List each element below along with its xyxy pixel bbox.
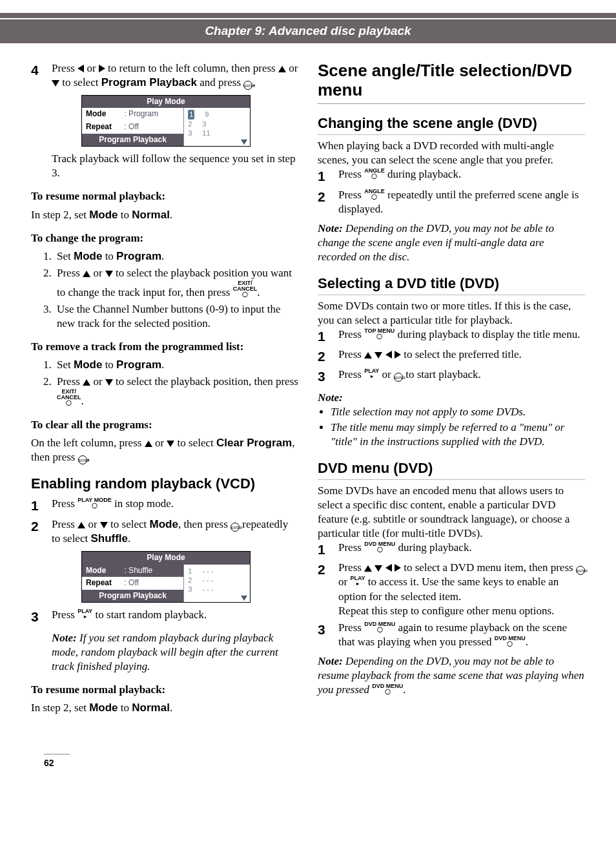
panel-scroll-down-icon [241,596,247,601]
text: during playback. [385,168,462,180]
panel-mode-label: Mode [86,566,119,576]
text: Press [338,621,364,634]
text: or [85,518,100,530]
panel-mode-value: : Shuffle [124,566,180,576]
panel-cell: 1 [188,567,192,576]
text: . [81,395,84,407]
text: In step 2, set [31,209,89,221]
panel-title: Play Mode [82,552,250,565]
text: to select the playback position, then pr… [113,375,298,388]
step-number: 2 [31,517,43,546]
text: to select the preferred title. [404,348,522,360]
random-note: Note: If you set random playback during … [52,631,298,674]
enter-icon: ENTER [394,373,403,382]
enter-icon: ENTER [576,566,585,575]
play-mode-icon: PLAY MODE◯ [77,497,112,508]
arrow-up-icon [364,352,372,359]
dvd-menu-heading: DVD menu (DVD) [318,459,585,480]
step-number: 3 [31,608,43,625]
list-item: Press or to select the playback position… [54,375,298,408]
intro-text: Some DVDs have an encoded menu that allo… [318,484,585,541]
play-mode-panel: Play Mode Mode: Shuffle Repeat: Off Prog… [81,551,251,603]
arrow-up-icon [83,271,90,277]
text: to select [108,518,150,530]
right-column: Scene angle/Title selection/DVD menu Cha… [318,61,585,715]
text: Press [338,348,364,360]
list-item: Title selection may not apply to some DV… [331,405,585,419]
text: Press [338,368,364,380]
note-label: Note: [318,222,343,234]
text: or [90,267,105,279]
text: Set [57,359,74,371]
step-number: 1 [31,497,43,514]
dvd-menu-icon: DVD MENU◯ [372,683,403,694]
panel-title: Play Mode [82,96,250,109]
panel-cell: 11 [202,129,210,138]
arrow-right-icon [99,65,105,72]
resume-body: In step 2, set Mode to Normal. [31,701,298,715]
exit-cancel-icon: EXIT/CANCEL◯ [57,389,81,406]
remove-heading: To remove a track from the programmed li… [31,340,298,354]
label-mode: Mode [74,250,102,262]
arrow-up-icon [278,66,286,72]
step-number: 1 [318,167,329,185]
text: . [170,702,172,714]
label-mode: Mode [89,209,118,221]
label-program: Program [116,250,161,262]
scene-angle-heading: Scene angle/Title selection/DVD menu [318,61,585,105]
list-item: Set Mode to Program. [54,358,298,372]
text: Press [338,168,364,180]
panel-footer: Program Playback [82,590,183,603]
dvd-menu-icon: DVD MENU◯ [495,636,526,647]
text: Repeat this step to configure other menu… [338,604,585,618]
note-body: . [403,683,406,696]
arrow-left-icon [385,564,392,572]
panel-scroll-down-icon [241,140,247,145]
exit-cancel-icon: EXIT/CANCEL◯ [233,280,258,297]
text: to select a DVD menu item, then press [404,561,576,574]
arrow-up-icon [83,379,90,386]
page-number: 62 [44,754,70,769]
text: . [252,76,255,88]
scene-angle-note: Note: Depending on the DVD, you may not … [318,222,585,264]
text: and press [200,76,243,88]
text: . [170,209,172,221]
changing-scene-angle-heading: Changing the scene angle (DVD) [318,114,585,135]
note-body: Depending on the DVD, you may not be abl… [318,222,554,263]
text: . [257,286,260,298]
text: . [161,250,164,262]
resume-heading: To resume normal playback: [31,189,298,203]
label-normal: Normal [132,209,170,221]
text: Press [57,375,83,388]
text: On the left column, press [31,437,145,449]
remove-list: Set Mode to Program. Press or to select … [54,358,298,408]
note-label: Note: [318,655,343,667]
step-number: 1 [318,328,329,345]
text: or [289,62,298,74]
step-number: 4 [31,61,43,90]
text: to [118,209,132,221]
note-body: Depending on the DVD, you may not be abl… [318,655,584,696]
text: or [338,576,350,588]
panel-cell: - - - [202,576,213,585]
top-menu-icon: TOP MENU◯ [364,328,395,339]
text: to [118,702,132,714]
note-label: Note: [318,391,585,405]
label-normal: Normal [132,702,170,714]
text: Press [338,541,364,554]
text: Press [52,62,77,74]
list-item: Set Mode to Program. [54,249,298,264]
intro-text: Some DVDs contain two or more titles. If… [318,299,585,328]
enter-icon: ENTER [231,523,240,532]
list-item: Use the Channel Number buttons (0-9) to … [54,302,298,331]
label-mode: Mode [74,359,102,371]
panel-cell: 3 [188,129,192,138]
step-body: Press PLAY▸ or ENTER to start playback. [338,368,585,385]
play-icon: PLAY▸ [77,608,92,619]
text: Press [52,608,77,621]
list-item: Press or to select the playback position… [54,266,298,300]
panel-repeat-value: : Off [124,578,180,588]
label-mode: Mode [89,702,118,714]
text: during playback. [395,541,472,554]
dvd-menu-note: Note: Depending on the DVD, you may not … [318,654,585,697]
